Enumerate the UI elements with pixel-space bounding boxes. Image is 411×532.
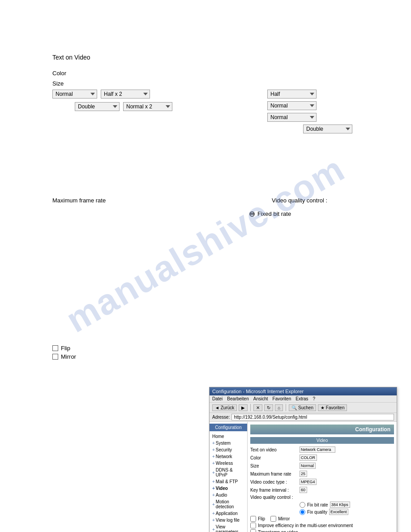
config-flip-row: Flip Mirror: [250, 516, 394, 522]
sidebar-item-network[interactable]: + Network: [210, 453, 247, 460]
menu-datei[interactable]: Datei: [212, 396, 223, 401]
app-label: Application: [216, 511, 238, 516]
config-improve-row: Improve efficiency in the multi-user env…: [250, 523, 394, 528]
left-dd1-row1[interactable]: Normal Half Double: [52, 90, 97, 99]
mailftp-label: Mail & FTP: [216, 479, 238, 484]
right-dd-row2[interactable]: Normal Half Double: [267, 101, 317, 110]
viewparams-label: View parameters: [216, 524, 244, 532]
network-label: Network: [216, 454, 232, 459]
home-button[interactable]: ⌂: [275, 404, 283, 411]
config-keyframe-label: Key frame interval :: [250, 488, 300, 493]
config-timestamp-cb[interactable]: [250, 529, 256, 532]
fixed-bit-rate-radio[interactable]: [249, 211, 255, 217]
address-input[interactable]: [231, 414, 394, 420]
sidebar-item-viewparams[interactable]: + View parameters: [210, 523, 247, 532]
motion-label: Motion detection: [216, 499, 244, 509]
right-dd-row4[interactable]: Double Normal Half: [303, 124, 352, 133]
video-label: Video: [216, 486, 228, 491]
left-dd1-row2[interactable]: Double Normal Half: [75, 102, 120, 111]
config-mirror-cb[interactable]: [270, 516, 276, 522]
browser-menubar: Datei Bearbeiten Ansicht Favoriten Extra…: [210, 395, 397, 403]
address-label: Adresse:: [212, 415, 230, 420]
menu-ansicht[interactable]: Ansicht: [253, 396, 268, 401]
left-dd2-row2[interactable]: Normal x 2 Half x 2 Double x 2: [123, 102, 172, 111]
wireless-plus: +: [212, 461, 215, 466]
flip-mirror-section: Flip Mirror: [52, 345, 359, 360]
config-flip-label: Flip: [258, 516, 265, 521]
fix-quality-label: Fix quality: [307, 510, 327, 515]
back-button[interactable]: ◄ Zurück: [212, 404, 237, 411]
system-label: System: [216, 441, 231, 446]
sidebar-item-security[interactable]: + Security: [210, 446, 247, 453]
menu-extras[interactable]: Extras: [295, 396, 308, 401]
config-improve-cb[interactable]: [250, 523, 256, 528]
search-button[interactable]: 🔍 Suchen: [289, 404, 316, 411]
config-codec-label: Video codec type :: [250, 480, 300, 485]
sidebar-item-motion[interactable]: + Motion detection: [210, 498, 247, 510]
browser-addressbar: Adresse:: [210, 413, 397, 422]
sidebar-item-home[interactable]: Home: [210, 433, 247, 440]
config-framerate-select[interactable]: 25 15 10 5: [300, 471, 307, 477]
fix-bit-rate-row: Fix bit rate 384 Kbps 256 Kbps 128 Kbps: [300, 502, 394, 508]
config-mirror-label: Mirror: [278, 516, 290, 521]
frame-rate-label: Maximum frame rate: [52, 197, 106, 204]
security-plus: +: [212, 447, 215, 452]
browser-screenshot: Configuration - Microsoft Internet Explo…: [209, 387, 397, 532]
sidebar-item-video[interactable]: + Video: [210, 485, 247, 492]
audio-plus: +: [212, 493, 215, 498]
config-timestamp-label: Timestamp on video: [258, 530, 298, 532]
flip-label: Flip: [61, 345, 70, 352]
refresh-button[interactable]: ↻: [264, 404, 273, 411]
config-size-select[interactable]: Normal Half Double: [300, 463, 316, 469]
fix-bit-rate-radio[interactable]: [300, 502, 305, 508]
config-flip-cb[interactable]: [250, 516, 256, 522]
sidebar-item-system[interactable]: + System: [210, 440, 247, 446]
mirror-checkbox[interactable]: [52, 354, 58, 360]
config-tov-input[interactable]: [300, 446, 335, 453]
menu-help[interactable]: ?: [313, 396, 316, 401]
menu-favoriten[interactable]: Favoriten: [273, 396, 291, 401]
text-on-video-title: Text on Video: [52, 54, 359, 61]
bit-rate-select[interactable]: 384 Kbps 256 Kbps 128 Kbps: [330, 502, 350, 508]
network-plus: +: [212, 454, 215, 459]
system-plus: +: [212, 441, 215, 446]
flip-checkbox[interactable]: [52, 345, 58, 351]
viewparams-plus: +: [212, 527, 215, 532]
quality-select[interactable]: Excellent Good Standard: [329, 509, 348, 515]
color-label: Color: [52, 70, 66, 77]
config-keyframe-select[interactable]: 60 30 15: [300, 487, 307, 493]
favorites-button[interactable]: ★ Favoriten: [318, 404, 347, 411]
right-dd-row1[interactable]: Half Normal Double: [267, 90, 317, 99]
sidebar-item-audio[interactable]: + Audio: [210, 492, 247, 498]
fix-quality-radio[interactable]: [300, 509, 305, 515]
config-main: Configuration Video Text on video Color …: [248, 422, 397, 532]
browser-body: Configuration Home + System + Security +…: [210, 422, 397, 532]
right-dd-row3[interactable]: Normal Half Double: [267, 113, 317, 122]
config-size-label: Size: [250, 463, 300, 468]
audio-label: Audio: [216, 493, 227, 498]
config-color-row: Color COLOR B&W: [250, 455, 394, 461]
config-framerate-label: Maximum frame rate: [250, 472, 300, 476]
config-keyframe-row: Key frame interval : 60 30 15: [250, 487, 394, 493]
sidebar-item-mail-ftp[interactable]: + Mail & FTP: [210, 478, 247, 485]
config-codec-select[interactable]: MPEG4 MJPEG: [300, 479, 317, 485]
menu-bearbeiten[interactable]: Bearbeiten: [227, 396, 248, 401]
sidebar-header: Configuration: [210, 424, 247, 431]
sidebar-item-application[interactable]: + Application: [210, 510, 247, 517]
sidebar-item-wireless[interactable]: + Wireless: [210, 460, 247, 467]
config-color-label: Color: [250, 455, 300, 460]
config-vqc-label: Video quality control :: [250, 495, 300, 500]
browser-title: Configuration - Microsoft Internet Explo…: [212, 389, 304, 394]
forward-button[interactable]: ▶: [239, 404, 248, 411]
config-color-select[interactable]: COLOR B&W: [300, 455, 317, 461]
stop-button[interactable]: ✕: [253, 404, 262, 411]
fix-bit-rate-label: Fix bit rate: [307, 502, 328, 507]
config-framerate-row: Maximum frame rate 25 15 10 5: [250, 471, 394, 477]
sidebar-item-viewlog[interactable]: + View log file: [210, 517, 247, 523]
left-dd2-row1[interactable]: Half x 2 Normal Double: [101, 90, 150, 99]
mirror-row: Mirror: [52, 353, 359, 360]
config-improve-label: Improve efficiency in the multi-user env…: [258, 523, 353, 528]
sidebar-item-ddns[interactable]: + DDNS & UPnP: [210, 467, 247, 478]
video-plus: +: [212, 486, 215, 491]
video-quality-label: Video quality control :: [272, 197, 327, 204]
